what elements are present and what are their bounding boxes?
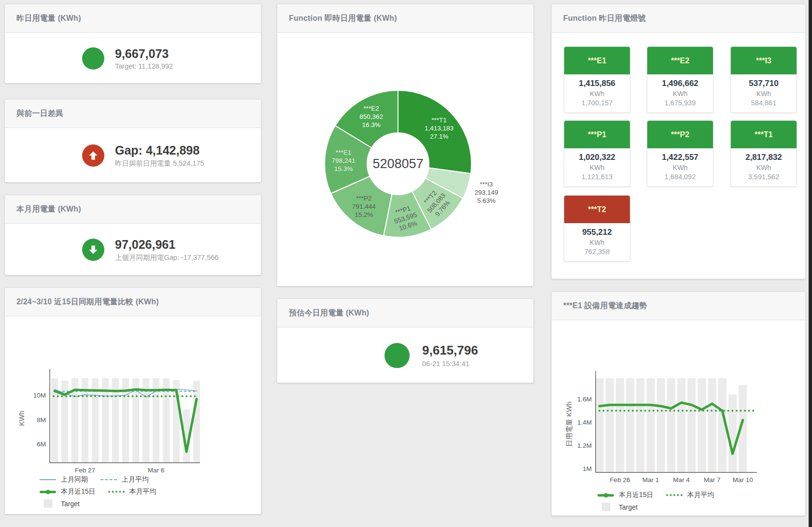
tile-p2[interactable]: ***P2 1,422,557 KWh 1,684,092 [647, 120, 713, 187]
e1-trend-legend: 本月近15日 本月平均 Target [598, 491, 727, 514]
y-tick-label: 10M [33, 392, 46, 399]
realtime-donut-chart[interactable]: ***T11,413,18327.1%***I3293,1495.63%***T… [277, 32, 534, 287]
legend-label: Target [61, 500, 80, 508]
tile-value: 1,422,557 [649, 153, 711, 162]
panel-estimate-today: 預估今日用電量 (KWh) 9,615,796 06-21 15:34:41 [277, 299, 534, 383]
x-tick-label: Mar 10 [733, 476, 753, 484]
green-circle-status-icon [385, 343, 410, 368]
tile-header: ***E1 [564, 47, 630, 74]
y-tick-label: 1.2M [577, 442, 592, 449]
panel-day-gap-header: 與前一日差異 [5, 100, 261, 128]
panel-lights-header: Function 昨日用電燈號 [552, 4, 805, 33]
stat-subtitle: 06-21 15:34:41 [422, 360, 478, 368]
tile-unit: KWh [733, 164, 795, 171]
tile-target: 1,684,092 [649, 173, 711, 181]
legend-item-this-month-avg[interactable]: 本月平均 [666, 491, 714, 499]
panel-title: 2/24~3/10 近15日同期用電量比較 (KWh) [16, 297, 159, 307]
green-circle-status-icon [82, 47, 104, 70]
target-bar [698, 378, 706, 472]
tile-p1[interactable]: ***P1 1,020,322 KWh 1,121,613 [564, 120, 630, 187]
stat-value: 97,026,961 [115, 237, 218, 252]
x-tick-label: Feb 26 [610, 476, 630, 484]
tile-body: 1,415,856 KWh 1,700,157 [564, 74, 630, 113]
target-bar [193, 381, 200, 463]
tile-e1[interactable]: ***E1 1,415,856 KWh 1,700,157 [564, 46, 630, 113]
tile-header: ***E2 [647, 47, 713, 74]
legend-row: Target [40, 499, 169, 508]
legend-label: 上月平均 [122, 475, 149, 484]
x-tick-label: Mar 4 [673, 476, 690, 484]
target-bar [606, 378, 614, 472]
stat-subtitle: Target: 11,128,992 [115, 62, 173, 70]
legend-item-this-month[interactable]: 本月近15日 [598, 491, 654, 499]
tile-e2[interactable]: ***E2 1,496,662 KWh 1,675,939 [647, 46, 713, 113]
stat-text: 9,667,073 Target: 11,128,992 [115, 46, 173, 70]
tile-unit: KWh [566, 239, 628, 246]
target-bar [708, 378, 716, 472]
legend-item-this-month[interactable]: 本月近15日 [40, 487, 96, 496]
tile-header: ***I3 [731, 47, 797, 74]
stat-body: 97,026,961 上個月同期用電Gap: -17,377,566 [5, 224, 261, 275]
legend-label: 上月同期 [61, 475, 88, 484]
legend-item-last-month[interactable]: 上月同期 [40, 475, 88, 484]
stat-value: 9,615,796 [422, 343, 478, 358]
stat-text: Gap: 4,142,898 昨日與前日用電量 5,524,175 [115, 143, 204, 168]
panel-title: 昨日用電量 (KWh) [16, 14, 81, 24]
tile-target: 1,675,939 [649, 99, 711, 107]
tile-target: 1,121,613 [566, 173, 628, 181]
panel-compare-header: 2/24~3/10 近15日同期用電量比較 (KWh) [5, 288, 261, 316]
x-tick-label: Mar 1 [642, 476, 659, 484]
tile-t1[interactable]: ***T1 2,817,832 KWh 3,591,562 [730, 120, 797, 187]
legend-item-this-month-avg[interactable]: 本月平均 [108, 487, 157, 496]
dashboard: 昨日用電量 (KWh) 9,667,073 Target: 11,128,992… [0, 0, 812, 527]
e1-trend-line-chart[interactable]: 1M1.2M1.4M1.6MFeb 26Mar 1Mar 4Mar 7Mar 1… [552, 320, 806, 490]
panel-realtime-header: Function 即時日用電量 (KWh) [277, 4, 533, 33]
tile-body: 1,020,322 KWh 1,121,613 [564, 148, 630, 186]
tile-body: 1,422,557 KWh 1,684,092 [647, 148, 713, 186]
stat-text: 97,026,961 上個月同期用電Gap: -17,377,566 [115, 237, 218, 262]
y-tick-label: 1.4M [577, 419, 592, 426]
y-tick-label: 6M [37, 441, 46, 448]
green-dotted-line-icon [666, 494, 683, 496]
tile-value: 537,710 [733, 79, 795, 88]
y-tick-label: 8M [37, 416, 46, 424]
tile-target: 1,700,157 [566, 99, 628, 107]
legend-row: 本月近15日 本月平均 [598, 491, 727, 499]
tile-unit: KWh [566, 90, 628, 98]
green-dotted-line-icon [108, 491, 125, 493]
panel-e1-trend-header: ***E1 設備用電達成趨勢 [552, 292, 805, 320]
tile-unit: KWh [733, 90, 795, 98]
panel-realtime-donut: Function 即時日用電量 (KWh) ***T11,413,18327.1… [277, 4, 534, 286]
legend-item-target[interactable]: Target [598, 503, 638, 511]
target-bar [647, 378, 655, 472]
panel-e1-trend: ***E1 設備用電達成趨勢 1M1.2M1.4M1.6MFeb 26Mar 1… [551, 291, 806, 516]
target-bar [687, 378, 696, 472]
tile-header: ***P2 [647, 121, 713, 148]
tile-t2[interactable]: ***T2 955,212 KWh 762,358 [564, 195, 630, 262]
target-bar [626, 378, 634, 472]
legend-label: 本月平均 [687, 491, 714, 499]
compare-line-chart[interactable]: 6M8M10MFeb 27Mar 6KWh [5, 316, 262, 480]
legend-item-target[interactable]: Target [40, 499, 80, 508]
legend-label: Target [619, 503, 638, 511]
stat-subtitle: 上個月同期用電Gap: -17,377,566 [115, 253, 218, 262]
legend-item-last-month-avg[interactable]: 上月平均 [100, 475, 149, 484]
panel-day-gap: 與前一日差異 Gap: 4,142,898 昨日與前日用電量 5,524,175 [4, 99, 261, 183]
panel-title: 與前一日差異 [16, 109, 63, 119]
stat-body: Gap: 4,142,898 昨日與前日用電量 5,524,175 [5, 128, 261, 183]
stat-value: Gap: 4,142,898 [115, 143, 204, 157]
legend-label: 本月平均 [129, 487, 157, 496]
legend-row: 上月同期 上月平均 [40, 475, 169, 484]
tile-i3[interactable]: ***I3 537,710 KWh 584,861 [730, 46, 797, 113]
panel-title: 預估今日用電量 (KWh) [289, 308, 369, 318]
target-bar [636, 378, 644, 472]
panel-yesterday-lights: Function 昨日用電燈號 ***E1 1,415,856 KWh 1,70… [551, 4, 806, 279]
y-axis-title: 日用電量 KWh [565, 401, 573, 446]
tile-value: 1,496,662 [649, 79, 711, 88]
panel-estimate-header: 預估今日用電量 (KWh) [277, 299, 533, 328]
panel-yesterday-header: 昨日用電量 (KWh) [5, 4, 261, 33]
stat-body: 9,667,073 Target: 11,128,992 [5, 33, 261, 84]
green-thick-line-icon [40, 491, 56, 493]
stat-subtitle: 昨日與前日用電量 5,524,175 [115, 159, 204, 168]
target-bar [596, 378, 604, 472]
